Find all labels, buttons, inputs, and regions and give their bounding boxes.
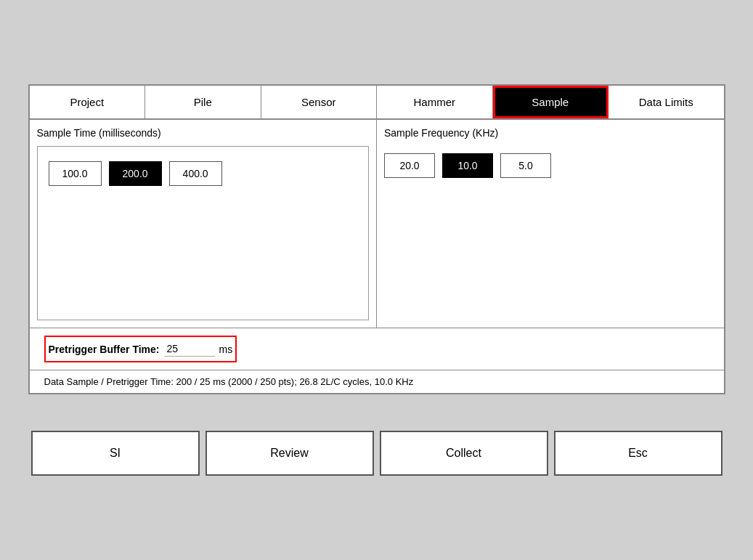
panel-left: Sample Time (milliseconds) 100.0 200.0 4…	[30, 120, 378, 328]
panels-row: Sample Time (milliseconds) 100.0 200.0 4…	[30, 120, 724, 328]
panel-right: Sample Frequency (KHz) 20.0 10.0 5.0	[377, 120, 724, 328]
sample-freq-20[interactable]: 20.0	[384, 153, 435, 178]
pretrigger-row: Pretrigger Buffer Time: ms	[30, 328, 724, 370]
sample-time-100[interactable]: 100.0	[49, 161, 102, 186]
tab-hammer[interactable]: Hammer	[377, 86, 493, 118]
pretrigger-input[interactable]	[164, 341, 215, 357]
sample-frequency-label: Sample Frequency (KHz)	[384, 127, 717, 139]
tab-pile[interactable]: Pile	[145, 86, 261, 118]
content-area: Sample Time (milliseconds) 100.0 200.0 4…	[30, 120, 724, 393]
tab-bar: Project Pile Sensor Hammer Sample Data L…	[30, 86, 724, 120]
pretrigger-unit: ms	[219, 344, 233, 355]
sample-time-label: Sample Time (milliseconds)	[37, 127, 370, 139]
si-button[interactable]: SI	[31, 431, 200, 476]
sample-freq-5[interactable]: 5.0	[500, 153, 551, 178]
tab-sensor[interactable]: Sensor	[261, 86, 378, 118]
pretrigger-label: Pretrigger Buffer Time:	[49, 344, 160, 355]
tab-project[interactable]: Project	[30, 86, 146, 118]
pretrigger-box: Pretrigger Buffer Time: ms	[44, 336, 237, 362]
footer-buttons: SI Review Collect Esc	[28, 431, 725, 476]
esc-button[interactable]: Esc	[554, 431, 723, 476]
review-button[interactable]: Review	[205, 431, 374, 476]
sample-freq-10[interactable]: 10.0	[442, 153, 493, 178]
sample-time-200[interactable]: 200.0	[109, 161, 162, 186]
collect-button[interactable]: Collect	[380, 431, 548, 476]
sample-time-options: 100.0 200.0 400.0	[49, 161, 358, 186]
tab-sample[interactable]: Sample	[493, 86, 609, 118]
main-container: Project Pile Sensor Hammer Sample Data L…	[28, 84, 725, 394]
tab-data-limits[interactable]: Data Limits	[608, 86, 724, 118]
sample-time-400[interactable]: 400.0	[169, 161, 222, 186]
sample-frequency-options: 20.0 10.0 5.0	[384, 153, 717, 178]
sample-time-box: 100.0 200.0 400.0	[37, 146, 370, 320]
data-info: Data Sample / Pretrigger Time: 200 / 25 …	[30, 370, 724, 393]
